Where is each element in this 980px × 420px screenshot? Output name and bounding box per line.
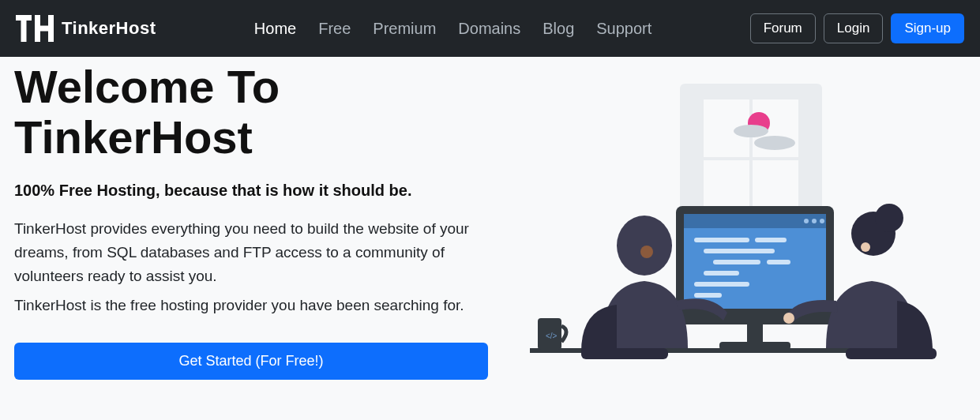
- hero-subtitle: 100% Free Hosting, because that is how i…: [14, 182, 488, 200]
- nav-blog[interactable]: Blog: [543, 20, 574, 38]
- svg-point-31: [617, 216, 672, 276]
- svg-point-15: [804, 219, 809, 223]
- svg-rect-18: [694, 238, 749, 242]
- hero-illustration-wrap: </>: [488, 57, 966, 380]
- svg-rect-33: [581, 348, 668, 359]
- brand-name: TinkerHost: [62, 18, 156, 39]
- hero-title: Welcome To TinkerHost: [14, 62, 488, 163]
- svg-point-37: [783, 313, 794, 324]
- svg-point-35: [875, 204, 903, 232]
- svg-point-16: [812, 219, 817, 223]
- nav-free[interactable]: Free: [318, 20, 351, 38]
- svg-rect-20: [704, 249, 775, 253]
- svg-text:</>: </>: [546, 332, 558, 340]
- logo-icon: [16, 15, 54, 42]
- svg-rect-22: [767, 260, 790, 264]
- svg-rect-21: [713, 260, 760, 264]
- hero-left: Welcome To TinkerHost 100% Free Hosting,…: [14, 57, 488, 380]
- nav-support[interactable]: Support: [596, 20, 651, 38]
- hero-desc-2: TinkerHost is the free hosting provider …: [14, 294, 488, 317]
- svg-rect-26: [747, 324, 763, 344]
- svg-rect-25: [694, 293, 722, 298]
- nav-links: Home Free Premium Domains Blog Support: [254, 20, 652, 38]
- svg-point-10: [734, 125, 768, 137]
- svg-point-32: [640, 246, 653, 258]
- svg-point-36: [861, 242, 870, 252]
- svg-rect-24: [694, 282, 749, 287]
- svg-rect-23: [704, 271, 739, 276]
- login-button[interactable]: Login: [824, 13, 884, 43]
- forum-button[interactable]: Forum: [750, 13, 816, 43]
- nav-actions: Forum Login Sign-up: [750, 13, 964, 43]
- nav-premium[interactable]: Premium: [373, 20, 436, 38]
- svg-point-11: [754, 136, 795, 150]
- svg-rect-19: [755, 238, 787, 242]
- navbar: TinkerHost Home Free Premium Domains Blo…: [0, 0, 980, 57]
- hero-desc-1: TinkerHost provides everything you need …: [14, 217, 488, 289]
- nav-domains[interactable]: Domains: [458, 20, 520, 38]
- svg-rect-38: [846, 348, 937, 359]
- svg-rect-4: [35, 26, 54, 32]
- signup-button[interactable]: Sign-up: [891, 13, 964, 43]
- brand[interactable]: TinkerHost: [16, 15, 156, 42]
- hero-illustration: </>: [514, 64, 941, 380]
- get-started-button[interactable]: Get Started (For Free!): [14, 343, 488, 380]
- hero: Welcome To TinkerHost 100% Free Hosting,…: [0, 57, 980, 403]
- nav-home[interactable]: Home: [254, 20, 296, 38]
- svg-point-17: [820, 219, 824, 223]
- svg-rect-1: [21, 15, 27, 42]
